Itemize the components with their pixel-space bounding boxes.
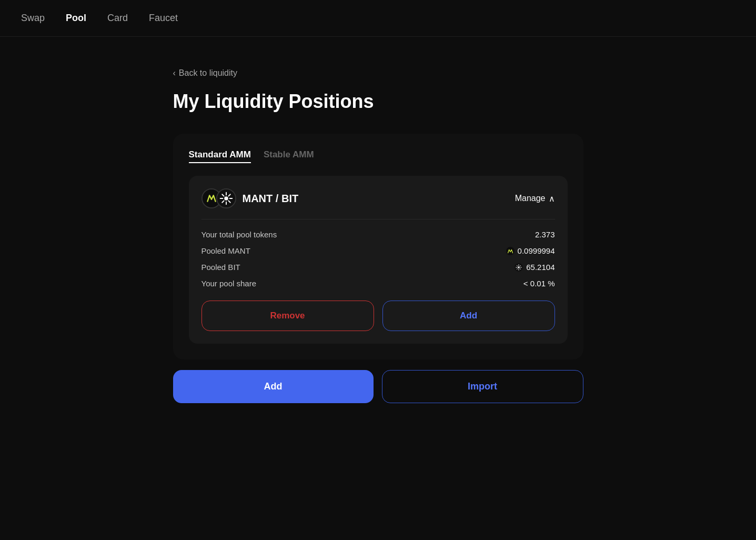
back-chevron-icon: ‹ <box>173 68 176 78</box>
pool-action-buttons: Remove Add <box>201 301 555 331</box>
liquidity-card: Standard AMM Stable AMM <box>173 134 583 359</box>
pool-share-amount: < 0.01 % <box>523 279 555 288</box>
svg-point-11 <box>506 247 515 255</box>
back-to-liquidity-link[interactable]: ‹ Back to liquidity <box>173 68 583 78</box>
total-tokens-amount: 2.373 <box>535 230 555 239</box>
pool-item-mant-bit: MANT / BIT Manage ∧ Your total pool toke… <box>189 176 568 344</box>
page-title: My Liquidity Positions <box>173 91 583 113</box>
bit-token-icon <box>216 188 236 208</box>
add-main-button[interactable]: Add <box>173 370 374 403</box>
nav-item-pool[interactable]: Pool <box>66 11 86 26</box>
bottom-action-buttons: Add Import <box>173 370 583 403</box>
value-pooled-bit: 65.2104 <box>515 263 555 272</box>
manage-label: Manage <box>515 194 546 203</box>
pool-header: MANT / BIT Manage ∧ <box>201 188 555 219</box>
add-pool-button[interactable]: Add <box>382 301 555 331</box>
content-wrapper: ‹ Back to liquidity My Liquidity Positio… <box>173 68 583 403</box>
pool-row-share: Your pool share < 0.01 % <box>201 279 555 288</box>
mant-small-icon <box>506 247 515 255</box>
main-content: ‹ Back to liquidity My Liquidity Positio… <box>0 37 756 403</box>
label-total-pool-tokens: Your total pool tokens <box>201 230 277 239</box>
pool-row-mant: Pooled MANT 0.0999994 <box>201 246 555 255</box>
label-pooled-bit: Pooled BIT <box>201 263 240 272</box>
label-pooled-mant: Pooled MANT <box>201 246 250 255</box>
pool-token-pair: MANT / BIT <box>201 188 299 208</box>
nav-item-swap[interactable]: Swap <box>21 11 45 26</box>
manage-button[interactable]: Manage ∧ <box>515 194 555 204</box>
svg-point-13 <box>518 266 520 268</box>
navigation: Swap Pool Card Faucet <box>0 0 756 37</box>
value-total-pool-tokens: 2.373 <box>535 230 555 239</box>
tab-stable-amm[interactable]: Stable AMM <box>264 149 314 163</box>
nav-item-faucet[interactable]: Faucet <box>149 11 178 26</box>
amm-tabs: Standard AMM Stable AMM <box>189 149 568 163</box>
pooled-bit-amount: 65.2104 <box>526 263 555 272</box>
value-pooled-mant: 0.0999994 <box>506 246 555 255</box>
value-pool-share: < 0.01 % <box>523 279 555 288</box>
token-icons <box>201 188 236 208</box>
remove-button[interactable]: Remove <box>201 301 374 331</box>
pool-details: Your total pool tokens 2.373 Pooled MANT <box>201 230 555 288</box>
import-button[interactable]: Import <box>382 370 583 403</box>
label-pool-share: Your pool share <box>201 279 257 288</box>
bit-small-icon <box>515 263 523 272</box>
svg-point-2 <box>224 196 228 201</box>
pool-row-total-tokens: Your total pool tokens 2.373 <box>201 230 555 239</box>
pool-row-bit: Pooled BIT <box>201 263 555 272</box>
manage-chevron-icon: ∧ <box>549 194 555 204</box>
tab-standard-amm[interactable]: Standard AMM <box>189 149 251 163</box>
pool-name: MANT / BIT <box>243 193 299 205</box>
back-link-text: Back to liquidity <box>179 68 237 78</box>
nav-item-card[interactable]: Card <box>107 11 128 26</box>
pooled-mant-amount: 0.0999994 <box>518 246 555 255</box>
